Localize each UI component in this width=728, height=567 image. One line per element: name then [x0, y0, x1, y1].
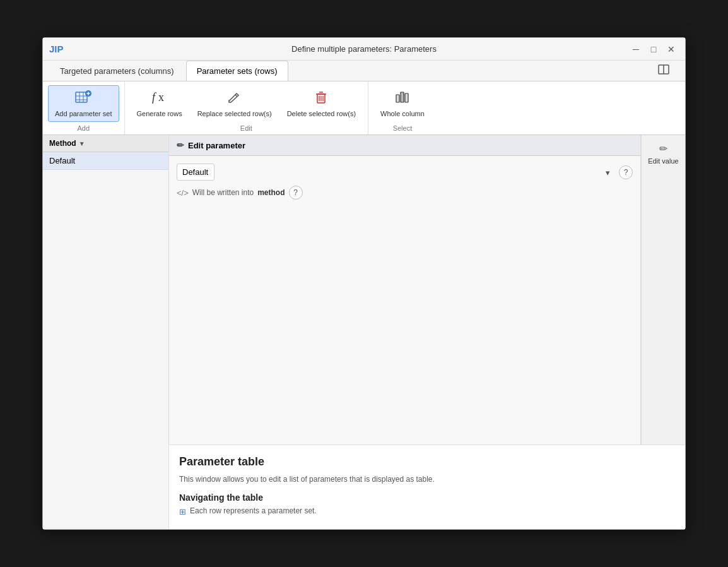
edit-value-label: Edit value — [648, 157, 678, 165]
tabs-row: Targeted parameters (columns) Parameter … — [49, 61, 290, 81]
delete-row-button[interactable]: Delete selected row(s) — [280, 85, 363, 122]
title-bar: JIP Define multiple parameters: Paramete… — [43, 38, 685, 61]
add-parameter-set-button[interactable]: Add parameter set — [48, 85, 119, 122]
column-header-label: Method — [49, 139, 76, 148]
written-into-prefix: Will be written into — [192, 188, 254, 197]
edit-body: Default ? </> Will be written into metho… — [169, 156, 640, 445]
svg-text:f: f — [152, 91, 157, 104]
svg-rect-18 — [396, 95, 399, 102]
add-param-label: Add parameter set — [55, 110, 112, 117]
replace-row-label: Replace selected row(s) — [197, 110, 272, 117]
edit-value-icon: ✏ — [659, 143, 667, 155]
add-param-icon — [74, 90, 92, 107]
close-button[interactable]: ✕ — [664, 42, 679, 57]
toolbar-select-section: Whole column Select — [368, 81, 437, 134]
info-nav-title: Navigating the table — [179, 492, 675, 503]
edit-group-label: Edit — [235, 123, 257, 134]
select-row: Default ? — [177, 164, 633, 181]
tab-rows[interactable]: Parameter sets (rows) — [186, 61, 288, 81]
code-icon: </> — [177, 188, 189, 198]
edit-main: ✏ Edit parameter Default ? — [169, 135, 641, 445]
edit-pencil-icon: ✏ — [177, 140, 184, 150]
param-select[interactable]: Default — [177, 164, 214, 181]
svg-rect-19 — [401, 92, 404, 102]
list-item[interactable]: Default — [43, 152, 168, 170]
written-into-value: method — [257, 188, 285, 197]
toolbar-edit-section: f x Generate rows Replace selec — [125, 81, 369, 134]
info-item: ⊞ Each row represents a parameter set. — [179, 506, 675, 516]
edit-value-button[interactable]: ✏ Edit value — [645, 140, 681, 167]
generate-rows-icon: f x — [151, 90, 168, 107]
delete-row-label: Delete selected row(s) — [287, 110, 356, 117]
select-group-label: Select — [388, 123, 418, 134]
edit-header-label: Edit parameter — [188, 141, 245, 150]
toolbar: Add parameter set Add f x Generate rows — [43, 81, 685, 135]
whole-column-icon — [394, 90, 411, 107]
main-content: Method ▼ Default ✏ Edit parameter — [43, 135, 685, 529]
generate-rows-button[interactable]: f x Generate rows — [130, 85, 189, 122]
help-button-1[interactable]: ? — [619, 165, 633, 179]
help-button-2[interactable]: ? — [289, 186, 303, 200]
edit-panel: ✏ Edit parameter Default ? — [169, 135, 685, 445]
toolbar-edit-buttons: f x Generate rows Replace selec — [125, 81, 368, 123]
maximize-button[interactable]: □ — [646, 42, 661, 57]
generate-rows-label: Generate rows — [137, 110, 182, 117]
info-panel: Parameter table This window allows you t… — [169, 445, 685, 529]
edit-side: ✏ Edit value — [641, 135, 685, 445]
main-window: JIP Define multiple parameters: Paramete… — [42, 37, 686, 530]
whole-column-label: Whole column — [380, 110, 425, 117]
info-item-icon: ⊞ — [179, 507, 186, 516]
whole-column-button[interactable]: Whole column — [373, 85, 432, 122]
replace-row-button[interactable]: Replace selected row(s) — [191, 85, 279, 122]
row-value: Default — [49, 156, 75, 165]
toolbar-add-buttons: Add parameter set — [43, 81, 124, 123]
written-into-row: </> Will be written into method ? — [177, 186, 633, 200]
edit-header: ✏ Edit parameter — [169, 135, 640, 156]
app-logo: JIP — [49, 44, 64, 54]
expand-icon[interactable] — [654, 61, 674, 78]
svg-rect-20 — [405, 93, 408, 102]
add-group-label: Add — [72, 123, 95, 134]
column-header-arrow-icon: ▼ — [79, 140, 85, 147]
replace-row-icon — [226, 90, 243, 107]
info-item-text: Each row represents a parameter set. — [190, 506, 317, 515]
title-controls: ─ □ ✕ — [628, 42, 679, 57]
window-title: Define multiple parameters: Parameters — [291, 44, 437, 54]
info-description: This window allows you to edit a list of… — [179, 474, 675, 485]
toolbar-select-buttons: Whole column — [368, 81, 437, 123]
column-header[interactable]: Method ▼ — [43, 135, 168, 152]
info-title: Parameter table — [179, 455, 675, 469]
left-panel: Method ▼ Default — [43, 135, 169, 529]
second-bar: Targeted parameters (columns) Parameter … — [43, 61, 685, 81]
param-select-wrapper: Default — [177, 164, 615, 181]
delete-row-icon — [313, 90, 329, 107]
right-panel: ✏ Edit parameter Default ? — [169, 135, 685, 529]
svg-text:x: x — [158, 91, 164, 104]
toolbar-add-section: Add parameter set Add — [43, 81, 125, 134]
tab-columns[interactable]: Targeted parameters (columns) — [49, 61, 185, 81]
minimize-button[interactable]: ─ — [628, 42, 643, 57]
